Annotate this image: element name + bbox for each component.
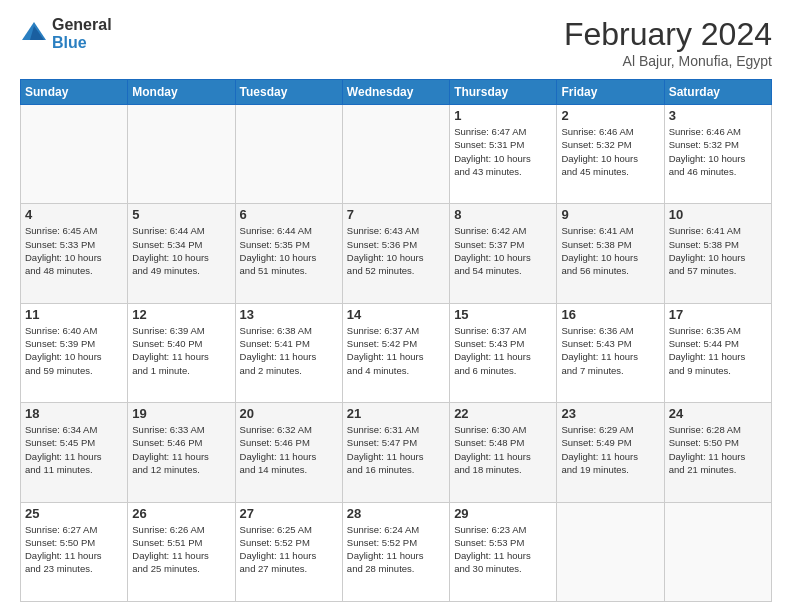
calendar-cell-0-3 bbox=[342, 105, 449, 204]
calendar-cell-4-2: 27Sunrise: 6:25 AM Sunset: 5:52 PM Dayli… bbox=[235, 502, 342, 601]
logo: General Blue bbox=[20, 16, 112, 52]
day-number-21: 21 bbox=[347, 406, 445, 421]
calendar-cell-0-4: 1Sunrise: 6:47 AM Sunset: 5:31 PM Daylig… bbox=[450, 105, 557, 204]
day-number-17: 17 bbox=[669, 307, 767, 322]
day-number-12: 12 bbox=[132, 307, 230, 322]
month-title: February 2024 bbox=[564, 16, 772, 53]
day-number-11: 11 bbox=[25, 307, 123, 322]
calendar-cell-4-3: 28Sunrise: 6:24 AM Sunset: 5:52 PM Dayli… bbox=[342, 502, 449, 601]
header-thursday: Thursday bbox=[450, 80, 557, 105]
calendar-cell-0-0 bbox=[21, 105, 128, 204]
header-wednesday: Wednesday bbox=[342, 80, 449, 105]
day-number-14: 14 bbox=[347, 307, 445, 322]
day-number-28: 28 bbox=[347, 506, 445, 521]
header-tuesday: Tuesday bbox=[235, 80, 342, 105]
calendar-cell-4-0: 25Sunrise: 6:27 AM Sunset: 5:50 PM Dayli… bbox=[21, 502, 128, 601]
day-info-24: Sunrise: 6:28 AM Sunset: 5:50 PM Dayligh… bbox=[669, 423, 767, 476]
day-number-8: 8 bbox=[454, 207, 552, 222]
day-info-9: Sunrise: 6:41 AM Sunset: 5:38 PM Dayligh… bbox=[561, 224, 659, 277]
calendar-cell-3-0: 18Sunrise: 6:34 AM Sunset: 5:45 PM Dayli… bbox=[21, 403, 128, 502]
day-number-6: 6 bbox=[240, 207, 338, 222]
day-info-2: Sunrise: 6:46 AM Sunset: 5:32 PM Dayligh… bbox=[561, 125, 659, 178]
day-number-22: 22 bbox=[454, 406, 552, 421]
day-number-10: 10 bbox=[669, 207, 767, 222]
day-info-19: Sunrise: 6:33 AM Sunset: 5:46 PM Dayligh… bbox=[132, 423, 230, 476]
calendar-week-3: 11Sunrise: 6:40 AM Sunset: 5:39 PM Dayli… bbox=[21, 303, 772, 402]
calendar-body: 1Sunrise: 6:47 AM Sunset: 5:31 PM Daylig… bbox=[21, 105, 772, 602]
day-number-29: 29 bbox=[454, 506, 552, 521]
header-sunday: Sunday bbox=[21, 80, 128, 105]
calendar-cell-3-2: 20Sunrise: 6:32 AM Sunset: 5:46 PM Dayli… bbox=[235, 403, 342, 502]
calendar-week-4: 18Sunrise: 6:34 AM Sunset: 5:45 PM Dayli… bbox=[21, 403, 772, 502]
calendar-week-1: 1Sunrise: 6:47 AM Sunset: 5:31 PM Daylig… bbox=[21, 105, 772, 204]
day-info-20: Sunrise: 6:32 AM Sunset: 5:46 PM Dayligh… bbox=[240, 423, 338, 476]
header: General Blue February 2024 Al Bajur, Mon… bbox=[20, 16, 772, 69]
header-friday: Friday bbox=[557, 80, 664, 105]
day-info-5: Sunrise: 6:44 AM Sunset: 5:34 PM Dayligh… bbox=[132, 224, 230, 277]
day-info-6: Sunrise: 6:44 AM Sunset: 5:35 PM Dayligh… bbox=[240, 224, 338, 277]
calendar-cell-1-4: 8Sunrise: 6:42 AM Sunset: 5:37 PM Daylig… bbox=[450, 204, 557, 303]
calendar-cell-4-1: 26Sunrise: 6:26 AM Sunset: 5:51 PM Dayli… bbox=[128, 502, 235, 601]
calendar-cell-0-2 bbox=[235, 105, 342, 204]
day-number-19: 19 bbox=[132, 406, 230, 421]
day-info-21: Sunrise: 6:31 AM Sunset: 5:47 PM Dayligh… bbox=[347, 423, 445, 476]
day-info-16: Sunrise: 6:36 AM Sunset: 5:43 PM Dayligh… bbox=[561, 324, 659, 377]
calendar-cell-1-3: 7Sunrise: 6:43 AM Sunset: 5:36 PM Daylig… bbox=[342, 204, 449, 303]
logo-text: General Blue bbox=[52, 16, 112, 52]
day-number-23: 23 bbox=[561, 406, 659, 421]
day-number-15: 15 bbox=[454, 307, 552, 322]
day-info-22: Sunrise: 6:30 AM Sunset: 5:48 PM Dayligh… bbox=[454, 423, 552, 476]
day-info-23: Sunrise: 6:29 AM Sunset: 5:49 PM Dayligh… bbox=[561, 423, 659, 476]
header-saturday: Saturday bbox=[664, 80, 771, 105]
calendar-cell-2-1: 12Sunrise: 6:39 AM Sunset: 5:40 PM Dayli… bbox=[128, 303, 235, 402]
day-number-5: 5 bbox=[132, 207, 230, 222]
day-info-7: Sunrise: 6:43 AM Sunset: 5:36 PM Dayligh… bbox=[347, 224, 445, 277]
calendar-cell-4-4: 29Sunrise: 6:23 AM Sunset: 5:53 PM Dayli… bbox=[450, 502, 557, 601]
title-block: February 2024 Al Bajur, Monufia, Egypt bbox=[564, 16, 772, 69]
day-info-14: Sunrise: 6:37 AM Sunset: 5:42 PM Dayligh… bbox=[347, 324, 445, 377]
day-number-3: 3 bbox=[669, 108, 767, 123]
day-number-20: 20 bbox=[240, 406, 338, 421]
calendar-cell-2-3: 14Sunrise: 6:37 AM Sunset: 5:42 PM Dayli… bbox=[342, 303, 449, 402]
calendar-week-2: 4Sunrise: 6:45 AM Sunset: 5:33 PM Daylig… bbox=[21, 204, 772, 303]
day-number-25: 25 bbox=[25, 506, 123, 521]
logo-general: General bbox=[52, 16, 112, 34]
day-info-4: Sunrise: 6:45 AM Sunset: 5:33 PM Dayligh… bbox=[25, 224, 123, 277]
calendar-cell-1-6: 10Sunrise: 6:41 AM Sunset: 5:38 PM Dayli… bbox=[664, 204, 771, 303]
day-info-1: Sunrise: 6:47 AM Sunset: 5:31 PM Dayligh… bbox=[454, 125, 552, 178]
day-number-7: 7 bbox=[347, 207, 445, 222]
day-info-10: Sunrise: 6:41 AM Sunset: 5:38 PM Dayligh… bbox=[669, 224, 767, 277]
day-number-18: 18 bbox=[25, 406, 123, 421]
day-info-29: Sunrise: 6:23 AM Sunset: 5:53 PM Dayligh… bbox=[454, 523, 552, 576]
calendar-cell-4-6 bbox=[664, 502, 771, 601]
logo-icon bbox=[20, 20, 48, 48]
calendar-cell-0-1 bbox=[128, 105, 235, 204]
calendar-cell-3-3: 21Sunrise: 6:31 AM Sunset: 5:47 PM Dayli… bbox=[342, 403, 449, 502]
calendar-cell-3-5: 23Sunrise: 6:29 AM Sunset: 5:49 PM Dayli… bbox=[557, 403, 664, 502]
calendar-cell-0-5: 2Sunrise: 6:46 AM Sunset: 5:32 PM Daylig… bbox=[557, 105, 664, 204]
day-number-4: 4 bbox=[25, 207, 123, 222]
calendar-cell-1-0: 4Sunrise: 6:45 AM Sunset: 5:33 PM Daylig… bbox=[21, 204, 128, 303]
calendar-cell-2-0: 11Sunrise: 6:40 AM Sunset: 5:39 PM Dayli… bbox=[21, 303, 128, 402]
day-number-24: 24 bbox=[669, 406, 767, 421]
calendar-cell-4-5 bbox=[557, 502, 664, 601]
day-number-2: 2 bbox=[561, 108, 659, 123]
weekday-header-row: Sunday Monday Tuesday Wednesday Thursday… bbox=[21, 80, 772, 105]
day-info-11: Sunrise: 6:40 AM Sunset: 5:39 PM Dayligh… bbox=[25, 324, 123, 377]
day-info-17: Sunrise: 6:35 AM Sunset: 5:44 PM Dayligh… bbox=[669, 324, 767, 377]
calendar-cell-3-1: 19Sunrise: 6:33 AM Sunset: 5:46 PM Dayli… bbox=[128, 403, 235, 502]
day-number-1: 1 bbox=[454, 108, 552, 123]
calendar-cell-2-2: 13Sunrise: 6:38 AM Sunset: 5:41 PM Dayli… bbox=[235, 303, 342, 402]
day-info-12: Sunrise: 6:39 AM Sunset: 5:40 PM Dayligh… bbox=[132, 324, 230, 377]
day-number-13: 13 bbox=[240, 307, 338, 322]
day-number-26: 26 bbox=[132, 506, 230, 521]
day-info-25: Sunrise: 6:27 AM Sunset: 5:50 PM Dayligh… bbox=[25, 523, 123, 576]
page: General Blue February 2024 Al Bajur, Mon… bbox=[0, 0, 792, 612]
calendar-cell-3-6: 24Sunrise: 6:28 AM Sunset: 5:50 PM Dayli… bbox=[664, 403, 771, 502]
calendar-cell-3-4: 22Sunrise: 6:30 AM Sunset: 5:48 PM Dayli… bbox=[450, 403, 557, 502]
header-monday: Monday bbox=[128, 80, 235, 105]
day-number-9: 9 bbox=[561, 207, 659, 222]
day-number-27: 27 bbox=[240, 506, 338, 521]
day-info-8: Sunrise: 6:42 AM Sunset: 5:37 PM Dayligh… bbox=[454, 224, 552, 277]
day-number-16: 16 bbox=[561, 307, 659, 322]
